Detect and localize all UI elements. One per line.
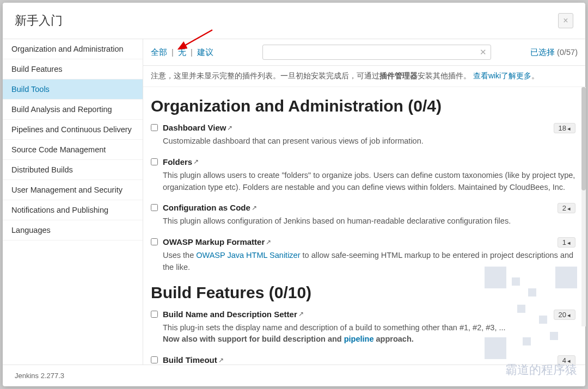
plugin-name[interactable]: Configuration as Code bbox=[163, 203, 250, 212]
notice-wiki-link[interactable]: 查看wiki了解更多 bbox=[473, 71, 531, 80]
dependency-badge[interactable]: 4◂ bbox=[558, 355, 575, 365]
category-sidebar: Organization and Administration Build Fe… bbox=[3, 39, 143, 365]
notice-text: 注意，这里并未显示完整的插件列表。一旦初始安装完成后，可通过 bbox=[151, 71, 379, 80]
modal-footer: Jenkins 2.277.3 bbox=[3, 365, 585, 386]
plugin-description: This plugin allows configuration of Jenk… bbox=[163, 215, 575, 227]
chevron-left-icon: ◂ bbox=[567, 312, 571, 318]
sidebar-item-scm[interactable]: Source Code Management bbox=[3, 140, 143, 160]
external-link-icon: ↗ bbox=[266, 238, 271, 246]
modal-body: Organization and Administration Build Fe… bbox=[3, 39, 585, 365]
plugin-checkbox[interactable] bbox=[151, 204, 158, 211]
plugin-head: Folders ↗ bbox=[163, 157, 575, 166]
external-link-icon: ↗ bbox=[227, 124, 232, 132]
scrollbar-thumb[interactable] bbox=[581, 87, 586, 190]
dependency-badge[interactable]: 20◂ bbox=[554, 310, 575, 320]
separator: | bbox=[191, 48, 193, 57]
plugin-description: This plugin allows users to create "fold… bbox=[163, 170, 575, 194]
plugin-description: Uses the OWASP Java HTML Sanitizer to al… bbox=[163, 250, 575, 274]
clear-search-icon[interactable]: ✕ bbox=[480, 47, 487, 57]
separator: | bbox=[171, 48, 174, 57]
sidebar-item-build-tools[interactable]: Build Tools bbox=[3, 79, 143, 100]
external-link-icon: ↗ bbox=[193, 158, 199, 165]
plugin-row: Dashboard View ↗ 18◂ Customizable dashbo… bbox=[151, 123, 575, 147]
external-link-icon: ↗ bbox=[218, 356, 224, 364]
plugin-row: Configuration as Code ↗ 2◂ This plugin a… bbox=[151, 203, 575, 227]
sidebar-item-build-features[interactable]: Build Features bbox=[3, 59, 143, 79]
plugin-checkbox[interactable] bbox=[151, 158, 158, 165]
section-title-organization: Organization and Administration (0/4) bbox=[151, 97, 575, 115]
plugin-description: Customizable dashboard that can present … bbox=[163, 135, 575, 147]
plugin-head: OWASP Markup Formatter ↗ bbox=[163, 237, 575, 246]
notice-bold: 插件管理器 bbox=[379, 71, 418, 80]
plugin-checkbox[interactable] bbox=[151, 124, 158, 131]
dependency-badge[interactable]: 1◂ bbox=[558, 237, 575, 248]
sidebar-item-distributed[interactable]: Distributed Builds bbox=[3, 160, 143, 180]
notice-mid: 安装其他插件。 bbox=[418, 71, 471, 80]
plugin-head: Build Timeout ↗ bbox=[163, 355, 575, 365]
plugin-head: Dashboard View ↗ bbox=[163, 123, 575, 132]
external-link-icon: ↗ bbox=[298, 310, 304, 318]
chevron-left-icon: ◂ bbox=[567, 239, 571, 246]
plugin-head: Build Name and Description Setter ↗ bbox=[163, 310, 575, 319]
chevron-left-icon: ◂ bbox=[567, 357, 571, 364]
plugin-name[interactable]: Build Timeout bbox=[163, 355, 217, 365]
sidebar-item-build-analysis[interactable]: Build Analysis and Reporting bbox=[3, 100, 143, 120]
modal-title: 新手入门 bbox=[15, 13, 63, 29]
selected-number: (0/57) bbox=[557, 48, 578, 57]
plugin-content[interactable]: Organization and Administration (0/4) Da… bbox=[143, 87, 585, 365]
chevron-left-icon: ◂ bbox=[567, 125, 571, 132]
filter-all-link[interactable]: 全部 bbox=[151, 48, 167, 57]
notice-suffix: 。 bbox=[531, 71, 539, 80]
plugin-name[interactable]: Dashboard View bbox=[163, 123, 226, 132]
plugin-name[interactable]: Build Name and Description Setter bbox=[163, 310, 297, 319]
filter-suggest-link[interactable]: 建议 bbox=[197, 48, 213, 57]
plugin-name[interactable]: OWASP Markup Formatter bbox=[163, 237, 265, 246]
sidebar-item-languages[interactable]: Languages bbox=[3, 220, 143, 240]
plugin-name[interactable]: Folders bbox=[163, 157, 192, 166]
main-panel: 全部 | 无 | 建议 ✕ 已选择 (0/57) 注意，这里并未显示完整的插件列… bbox=[143, 39, 585, 365]
plugin-row: Build Name and Description Setter ↗ 20◂ … bbox=[151, 310, 575, 346]
chevron-left-icon: ◂ bbox=[567, 205, 571, 212]
sanitizer-link[interactable]: OWASP Java HTML Sanitizer bbox=[196, 251, 300, 260]
section-title-build-features: Build Features (0/10) bbox=[151, 283, 575, 302]
pipeline-link[interactable]: pipeline bbox=[344, 335, 374, 343]
selected-count: 已选择 (0/57) bbox=[530, 47, 578, 58]
modal-header: 新手入门 × bbox=[3, 3, 585, 39]
modal-dialog: 新手入门 × Organization and Administration B… bbox=[3, 3, 585, 386]
sidebar-item-organization[interactable]: Organization and Administration bbox=[3, 39, 143, 59]
close-button[interactable]: × bbox=[558, 13, 573, 28]
jenkins-version: Jenkins 2.277.3 bbox=[15, 372, 64, 380]
dependency-badge[interactable]: 18◂ bbox=[554, 123, 575, 133]
plugin-description: This plug-in sets the display name and d… bbox=[163, 322, 575, 346]
plugin-row: Build Timeout ↗ 4◂ bbox=[151, 355, 575, 365]
sidebar-item-user-mgmt[interactable]: User Management and Security bbox=[3, 180, 143, 200]
plugin-row: OWASP Markup Formatter ↗ 1◂ Uses the OWA… bbox=[151, 237, 575, 274]
filter-none-link[interactable]: 无 bbox=[178, 48, 186, 57]
plugin-checkbox[interactable] bbox=[151, 356, 158, 363]
search-input[interactable] bbox=[262, 45, 491, 60]
toolbar: 全部 | 无 | 建议 ✕ 已选择 (0/57) bbox=[143, 39, 585, 66]
plugin-checkbox[interactable] bbox=[151, 311, 158, 318]
selected-link[interactable]: 已选择 bbox=[530, 48, 555, 57]
plugin-checkbox[interactable] bbox=[151, 238, 158, 245]
filter-links: 全部 | 无 | 建议 bbox=[151, 47, 213, 58]
plugin-head: Configuration as Code ↗ bbox=[163, 203, 575, 212]
search-wrap: ✕ bbox=[262, 45, 491, 60]
plugin-row: Folders ↗ This plugin allows users to cr… bbox=[151, 157, 575, 194]
dependency-badge[interactable]: 2◂ bbox=[558, 203, 575, 213]
external-link-icon: ↗ bbox=[252, 204, 257, 212]
notice-bar: 注意，这里并未显示完整的插件列表。一旦初始安装完成后，可通过插件管理器安装其他插… bbox=[143, 66, 585, 87]
scrollbar[interactable] bbox=[581, 87, 586, 326]
sidebar-item-pipelines[interactable]: Pipelines and Continuous Delivery bbox=[3, 120, 143, 140]
sidebar-item-notifications[interactable]: Notifications and Publishing bbox=[3, 200, 143, 220]
